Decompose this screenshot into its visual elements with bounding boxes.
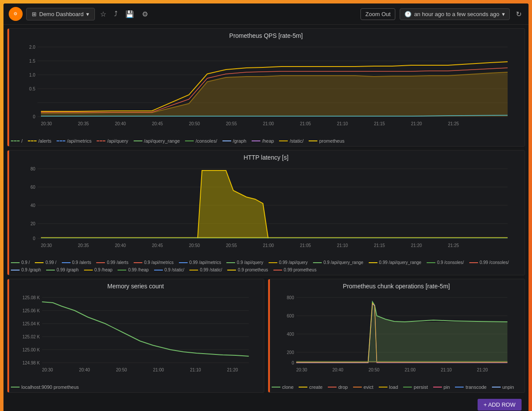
chunk-ops-chart-container: 800 600 400 200 0 20:30 20:40 20:50 21:0… bbox=[268, 291, 525, 382]
legend-item: pin bbox=[433, 384, 450, 390]
legend-item: prometheus bbox=[309, 138, 344, 144]
panel-left-bar bbox=[7, 29, 9, 146]
svg-text:20:35: 20:35 bbox=[78, 121, 89, 126]
svg-text:21:00: 21:00 bbox=[263, 121, 274, 126]
legend-color bbox=[57, 140, 65, 141]
legend-item: /api/query_range bbox=[134, 138, 180, 144]
svg-text:21:00: 21:00 bbox=[263, 243, 274, 248]
legend-color bbox=[96, 262, 105, 263]
save-icon[interactable]: 💾 bbox=[124, 8, 136, 20]
svg-text:20:40: 20:40 bbox=[115, 121, 126, 126]
svg-text:20:50: 20:50 bbox=[189, 121, 200, 126]
panel-left-bar bbox=[268, 279, 270, 392]
svg-text:600: 600 bbox=[287, 314, 294, 318]
legend-item: /api/query bbox=[97, 138, 128, 144]
qps-legend: / /alerts /api/metrics /api/query /api/q… bbox=[7, 136, 525, 146]
refresh-button[interactable]: ↻ bbox=[514, 8, 523, 20]
legend-item: 0.99 prometheus bbox=[273, 267, 317, 272]
chevron-down-icon: ▾ bbox=[502, 11, 505, 17]
legend-color bbox=[226, 262, 235, 263]
svg-text:21:10: 21:10 bbox=[190, 368, 201, 372]
legend-item: 0.9 /api/query_range bbox=[313, 260, 364, 265]
legend-color bbox=[179, 262, 188, 263]
dashboard-selector[interactable]: ⊞ Demo Dashboard ▾ bbox=[26, 8, 95, 20]
legend-color bbox=[313, 262, 322, 263]
svg-text:400: 400 bbox=[287, 332, 294, 337]
legend-item: 0.99 /static/ bbox=[189, 267, 222, 272]
svg-text:21:05: 21:05 bbox=[300, 243, 311, 248]
legend-item: 0.9 /api/metrics bbox=[134, 260, 174, 265]
svg-text:20:50: 20:50 bbox=[369, 368, 380, 372]
svg-text:20:45: 20:45 bbox=[152, 243, 163, 248]
svg-text:2.0: 2.0 bbox=[29, 45, 35, 50]
svg-text:60: 60 bbox=[30, 185, 36, 190]
legend-item: 0.99 /alerts bbox=[96, 260, 128, 265]
legend-color bbox=[252, 140, 260, 141]
svg-text:21:20: 21:20 bbox=[227, 368, 238, 372]
latency-legend: 0.9 / 0.99 / 0.9 /alerts 0.99 /alerts 0.… bbox=[7, 257, 525, 275]
legend-color bbox=[328, 387, 337, 388]
memory-chart: 125.08 K 125.06 K 125.04 K 125.02 K 125.… bbox=[11, 293, 260, 380]
star-icon[interactable]: ☆ bbox=[98, 8, 108, 20]
legend-item: create bbox=[299, 384, 323, 390]
svg-text:0.5: 0.5 bbox=[29, 87, 35, 91]
legend-color bbox=[154, 270, 163, 271]
legend-item: 0.9 /alerts bbox=[62, 260, 91, 265]
zoom-out-button[interactable]: Zoom Out bbox=[360, 8, 395, 20]
qps-chart: 2.0 1.5 1.0 0.5 0 20:30 20:35 20:40 20:4… bbox=[11, 43, 521, 134]
svg-text:20: 20 bbox=[30, 221, 36, 226]
chunk-ops-legend: clone create drop evict bbox=[268, 382, 525, 392]
legend-item: / bbox=[11, 138, 23, 144]
svg-text:21:20: 21:20 bbox=[477, 368, 488, 372]
legend-color bbox=[455, 387, 464, 388]
share-icon[interactable]: ⤴ bbox=[112, 8, 119, 20]
legend-item: 0.9 /graph bbox=[11, 267, 41, 272]
svg-text:21:00: 21:00 bbox=[153, 368, 164, 372]
legend-color bbox=[469, 262, 478, 263]
svg-text:21:10: 21:10 bbox=[441, 368, 452, 372]
legend-item: 0.9 /heap bbox=[84, 267, 113, 272]
legend-item: /alerts bbox=[28, 138, 51, 144]
chunk-ops-panel: Prometheus chunk operations [rate-5m] 80… bbox=[268, 279, 525, 393]
svg-text:20:40: 20:40 bbox=[79, 368, 90, 372]
legend-color bbox=[427, 262, 435, 263]
chunk-ops-panel-title: Prometheus chunk operations [rate-5m] bbox=[268, 279, 525, 291]
panel-left-bar bbox=[7, 150, 9, 275]
add-row-button[interactable]: + ADD ROW bbox=[478, 399, 522, 411]
legend-color bbox=[185, 140, 194, 141]
svg-text:125.02 K: 125.02 K bbox=[22, 334, 40, 339]
legend-color bbox=[11, 387, 20, 388]
svg-text:21:20: 21:20 bbox=[411, 121, 422, 126]
svg-text:20:55: 20:55 bbox=[226, 243, 237, 248]
legend-color bbox=[46, 270, 55, 271]
add-row-container: + ADD ROW bbox=[7, 396, 525, 411]
latency-panel-title: HTTP latency [s] bbox=[7, 150, 525, 163]
legend-item: 0.99 /heap bbox=[118, 267, 148, 272]
svg-text:21:15: 21:15 bbox=[374, 243, 385, 248]
chunk-ops-chart: 800 600 400 200 0 20:30 20:40 20:50 21:0… bbox=[272, 293, 521, 380]
legend-item: 0.9 /api/query bbox=[226, 260, 263, 265]
legend-color bbox=[84, 270, 93, 271]
settings-icon[interactable]: ⚙ bbox=[140, 8, 150, 20]
svg-text:21:15: 21:15 bbox=[374, 121, 385, 126]
panel-left-bar bbox=[7, 279, 9, 392]
svg-text:21:25: 21:25 bbox=[448, 121, 459, 126]
legend-item: 0.9 prometheus bbox=[227, 267, 268, 272]
svg-text:0: 0 bbox=[33, 114, 35, 119]
legend-item: 0.99 / bbox=[35, 260, 56, 265]
memory-chart-container: 125.08 K 125.06 K 125.04 K 125.02 K 125.… bbox=[7, 291, 264, 382]
time-range-picker[interactable]: 🕐 an hour ago to a few seconds ago ▾ bbox=[400, 8, 510, 20]
svg-text:124.98 K: 124.98 K bbox=[22, 361, 40, 365]
svg-text:20:50: 20:50 bbox=[189, 243, 200, 248]
header: ⚙ ⊞ Demo Dashboard ▾ ☆ ⤴ 💾 ⚙ Zoom Out 🕐 … bbox=[3, 3, 529, 25]
legend-color bbox=[62, 262, 71, 263]
legend-item: /api/metrics bbox=[57, 138, 91, 144]
clock-icon: 🕐 bbox=[404, 11, 411, 17]
legend-color bbox=[222, 140, 231, 141]
legend-item: drop bbox=[328, 384, 348, 390]
legend-item: unpin bbox=[492, 384, 514, 390]
legend-color bbox=[309, 140, 317, 141]
svg-text:0: 0 bbox=[33, 236, 35, 241]
legend-item: 0.99 /graph bbox=[46, 267, 79, 272]
main-container: ⚙ ⊞ Demo Dashboard ▾ ☆ ⤴ 💾 ⚙ Zoom Out 🕐 … bbox=[3, 3, 529, 411]
